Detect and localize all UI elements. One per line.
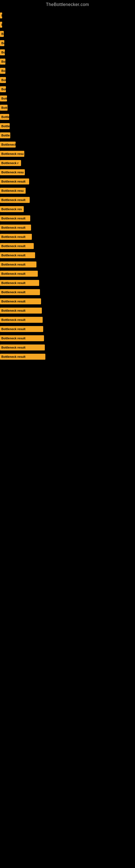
bar-item: B (0, 22, 2, 28)
bar-item: Bottleneck result (0, 335, 44, 341)
bar-row: Bott (0, 103, 135, 112)
bar-label-text: Bo (1, 69, 5, 72)
bar-label-text: Bott (1, 97, 7, 100)
bar-label-text: Bo (1, 51, 5, 54)
bar-item: Bottleneck resu (0, 169, 25, 175)
bar-label-text: Bottleneck result (1, 226, 26, 229)
bar-item: Bottle (0, 132, 10, 138)
bar-row: Bottleneck result (0, 278, 135, 287)
bar-row: Bottleneck resu (0, 167, 135, 177)
bar-item: Bottleneck (0, 142, 16, 148)
bar-item: Bottleneck result (0, 252, 35, 258)
bar-row: Bottleneck result (0, 269, 135, 278)
bar-item: Bottleneck result (0, 317, 43, 323)
bar-row: Bottleneck resu (0, 186, 135, 195)
bar-row: Bottleneck result (0, 324, 135, 334)
site-title: TheBottlenecker.com (0, 0, 135, 8)
bar-item: B (0, 12, 2, 19)
bar-label-text: Bottleneck result (1, 263, 26, 266)
bar-item: Bottleneck r (0, 160, 21, 166)
bar-label-text: Bottleneck res (1, 208, 23, 211)
bar-label-text: Bottleneck result (1, 180, 26, 183)
bar-row: Bottleneck res (0, 205, 135, 214)
bar-row: Bot (0, 57, 135, 66)
bar-item: Bottleneck result (0, 354, 45, 360)
bar-row: Bottleneck result (0, 334, 135, 343)
bar-row: Bottleneck result (0, 297, 135, 306)
bar-row: Bottleneck result (0, 315, 135, 324)
bar-item: Bottleneck resu (0, 151, 24, 157)
bar-item: Bottleneck result (0, 215, 30, 221)
bar-label-text: Bottleneck result (1, 244, 26, 248)
bar-row: Bot (0, 85, 135, 94)
bar-row: Bottleneck result (0, 223, 135, 232)
bar-row: Bo (0, 38, 135, 48)
bar-row: Bottleneck result (0, 260, 135, 269)
bar-label-text: Bo (1, 41, 4, 45)
bar-label-text: Bottle (1, 134, 10, 137)
bar-row: Bottleneck result (0, 232, 135, 241)
bar-item: Bottleneck result (0, 289, 40, 295)
bar-label-text: B (1, 23, 2, 26)
bar-item: Bott (0, 105, 8, 111)
bar-item: Bottleneck result (0, 225, 31, 230)
bar-label-text: Bo (1, 32, 4, 35)
bar-item: Bottle (0, 123, 10, 129)
bar-item: Bottleneck res (0, 206, 24, 212)
bar-row: Bo (0, 66, 135, 75)
bar-row: Bot (0, 75, 135, 85)
bar-label-text: Bottleneck result (1, 235, 26, 239)
bar-item: Bottleneck result (0, 299, 41, 304)
bar-label-text: Bot (1, 60, 5, 63)
bar-label-text: Bottleneck result (1, 272, 26, 275)
bar-row: Bottle (0, 122, 135, 131)
bar-label-text: Bottleneck result (1, 337, 26, 340)
bar-item: Bottleneck result (0, 179, 29, 184)
bar-row: Bottleneck r (0, 158, 135, 167)
bar-label-text: Bottleneck result (1, 290, 26, 294)
bar-label-text: Bottleneck result (1, 198, 26, 202)
bar-label-text: Bot (1, 79, 6, 82)
bar-row: Bo (0, 29, 135, 38)
bar-item: Bottleneck result (0, 234, 32, 240)
bar-item: Bo (0, 50, 5, 55)
bar-label-text: Bottleneck r (1, 161, 19, 165)
bar-label-text: Bottleneck result (1, 309, 26, 312)
bar-item: Bottleneck result (0, 243, 34, 249)
bar-row: Bottleneck resu (0, 149, 135, 158)
bar-label-text: B (1, 14, 2, 17)
bar-label-text: Bot (1, 88, 6, 91)
bar-row: Bottle (0, 131, 135, 140)
bar-row: B (0, 11, 135, 20)
bar-row: Bottleneck result (0, 251, 135, 260)
bar-item: Bottleneck result (0, 344, 45, 350)
bar-row: Bo (0, 48, 135, 57)
bar-row: Bottleneck result (0, 177, 135, 186)
bar-item: Bottle (0, 114, 9, 120)
bar-label-text: Bottle (1, 115, 9, 119)
bar-row: Bottleneck result (0, 195, 135, 205)
bar-item: Bottleneck result (0, 261, 37, 268)
bar-row: Bottleneck result (0, 214, 135, 223)
bar-label-text: Bottleneck (1, 143, 16, 146)
bar-item: Bottleneck resu (0, 188, 26, 194)
bar-label-text: Bottleneck resu (1, 170, 25, 174)
bar-item: Bottleneck result (0, 326, 43, 332)
bar-label-text: Bott (1, 106, 8, 109)
bar-label-text: Bottle (1, 124, 10, 128)
bar-row: Bott (0, 94, 135, 103)
bar-item: Bottleneck result (0, 197, 30, 203)
bar-label-text: Bottleneck result (1, 346, 26, 349)
bar-label-text: Bottleneck result (1, 300, 26, 303)
bar-row: Bottleneck result (0, 343, 135, 352)
bar-label-text: Bottleneck result (1, 254, 26, 257)
bar-item: Bo (0, 40, 4, 46)
bar-row: Bottle (0, 112, 135, 122)
bar-item: Bot (0, 86, 6, 92)
bar-row: Bottleneck (0, 140, 135, 149)
bar-item: Bottleneck result (0, 280, 39, 286)
bars-section: BBBoBoBoBotBoBotBotBottBottBottleBottleB… (0, 8, 135, 361)
bar-item: Bo (0, 68, 5, 74)
bar-item: Bo (0, 31, 4, 37)
bar-row: Bottleneck result (0, 352, 135, 361)
